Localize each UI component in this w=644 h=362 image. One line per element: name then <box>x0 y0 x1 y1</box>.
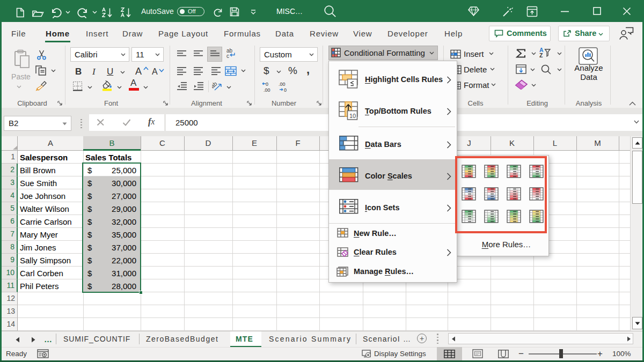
svg-text:.00: .00 <box>264 87 270 92</box>
svg-text:.00: .00 <box>279 82 286 87</box>
svg-text:Z: Z <box>539 52 543 58</box>
svg-text:c: c <box>226 53 229 58</box>
svg-text:10: 10 <box>349 113 356 119</box>
svg-text:0: 0 <box>266 82 268 87</box>
svg-text:ab: ab <box>212 81 218 90</box>
svg-text:0: 0 <box>284 87 287 92</box>
